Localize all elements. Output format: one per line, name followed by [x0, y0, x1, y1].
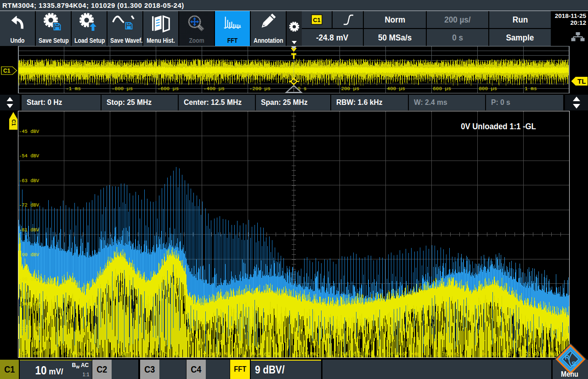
- svg-text:-54 dBV: -54 dBV: [19, 153, 40, 159]
- svg-text:12.5 MHz: 12.5 MHz: [296, 351, 319, 357]
- svg-text:-99 dBV: -99 dBV: [19, 276, 40, 282]
- svg-text:6.25 MHz: 6.25 MHz: [158, 351, 181, 357]
- svg-text:TL: TL: [577, 77, 586, 85]
- svg-text:22.9167 MHz: 22.9167 MHz: [525, 351, 557, 357]
- svg-text:-81 dBV: -81 dBV: [19, 227, 40, 233]
- svg-text:-72 dBV: -72 dBV: [19, 202, 40, 208]
- svg-text:Menu: Menu: [561, 370, 578, 378]
- svg-text:200 µs: 200 µs: [341, 86, 359, 92]
- svg-text:R: R: [565, 354, 569, 361]
- svg-text:S: S: [571, 360, 576, 368]
- svg-text:0 V: 0 V: [20, 62, 29, 67]
- svg-text:-400 µs: -400 µs: [204, 86, 225, 92]
- svg-text:-800 µs: -800 µs: [112, 86, 133, 92]
- svg-text:600 µs: 600 µs: [433, 86, 451, 92]
- svg-text:-63 dBV: -63 dBV: [19, 178, 40, 184]
- svg-text:14.5833 MHz: 14.5833 MHz: [341, 351, 373, 357]
- svg-text:C1: C1: [3, 68, 11, 74]
- svg-text:-45 dBV: -45 dBV: [19, 129, 40, 134]
- svg-text:-117 dBV: -117 dBV: [19, 326, 42, 331]
- svg-text:4.1667 MHz: 4.1667 MHz: [112, 351, 141, 357]
- svg-text:1 ms: 1 ms: [525, 86, 537, 92]
- svg-text:16.6667 MHz: 16.6667 MHz: [387, 351, 419, 357]
- svg-text:-126 dBV: -126 dBV: [19, 350, 42, 356]
- svg-text:20.8333 MHz: 20.8333 MHz: [479, 351, 511, 357]
- svg-text:18.75 MHz: 18.75 MHz: [433, 351, 459, 357]
- svg-text:C1: C1: [11, 119, 17, 126]
- svg-text:-90 dBV: -90 dBV: [19, 252, 40, 258]
- svg-text:-1 ms: -1 ms: [66, 86, 81, 92]
- svg-text:400 µs: 400 µs: [387, 86, 405, 92]
- svg-text:0V Unloaded 1:1 -GL: 0V Unloaded 1:1 -GL: [461, 122, 536, 132]
- svg-text:2.0833 MHz: 2.0833 MHz: [66, 351, 95, 357]
- svg-text:800 µs: 800 µs: [479, 86, 497, 92]
- svg-text:8.3333 MHz: 8.3333 MHz: [204, 351, 233, 357]
- svg-text:-600 µs: -600 µs: [158, 86, 179, 92]
- svg-text:-108 dBV: -108 dBV: [19, 301, 42, 307]
- svg-text:-200 µs: -200 µs: [249, 86, 271, 92]
- svg-text:10.4167 MHz: 10.4167 MHz: [250, 351, 282, 357]
